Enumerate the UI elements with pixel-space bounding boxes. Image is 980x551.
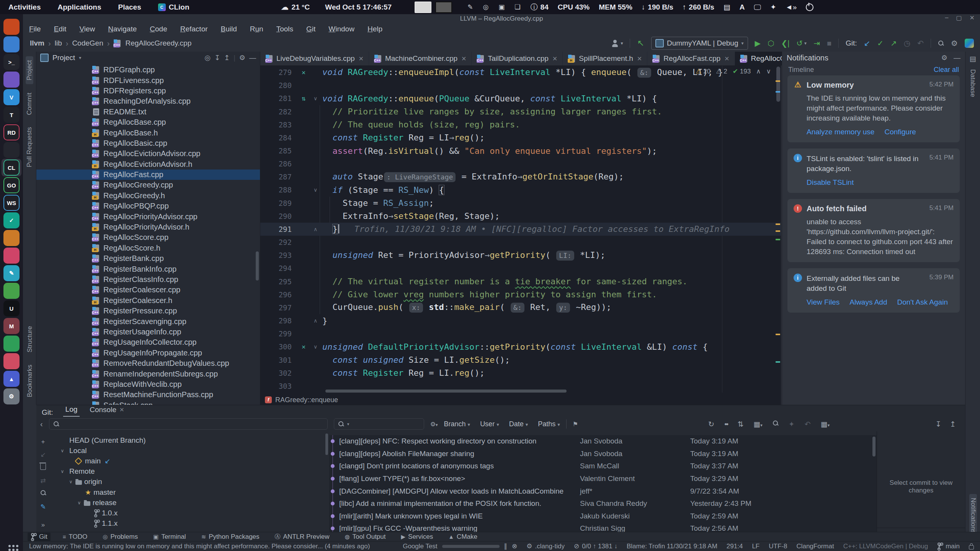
notifications-settings-icon[interactable]: ⚙ [941, 54, 947, 62]
power-icon[interactable] [806, 3, 813, 11]
tray-icon-2[interactable]: ◎ [483, 3, 488, 11]
coverage-button[interactable]: ↺▾ [796, 39, 807, 48]
notification-action-link[interactable]: Configure [884, 128, 916, 136]
collapse-all-icon[interactable]: ↥ [950, 420, 956, 429]
project-file[interactable]: C++RegAllocPBQP.cpp [36, 201, 260, 211]
editor-scrollbar[interactable] [776, 67, 780, 102]
net-down[interactable]: ↓190 B/s [642, 3, 673, 11]
project-file[interactable]: C++ResetMachineFunctionPass.cpp [36, 390, 260, 400]
tool-button-project[interactable]: Project [26, 56, 33, 84]
error-stripe[interactable] [775, 66, 781, 393]
search-branch-icon[interactable] [40, 490, 46, 498]
build-icon[interactable]: ↖ [637, 38, 644, 48]
settings-icon[interactable]: ⚙ [951, 39, 958, 48]
branch-row[interactable]: ∨origin [50, 477, 328, 487]
panel-options-icon[interactable]: ⚙ [239, 54, 245, 62]
code-line[interactable]: 285 assert(Reg.isVirtual() && "Can only … [260, 144, 781, 157]
project-title[interactable]: Project [52, 54, 75, 62]
project-file[interactable]: C++RemoveRedundantDebugValues.cpp [36, 358, 260, 368]
menu-edit[interactable]: Edit [54, 25, 67, 33]
app-19-icon[interactable] [3, 336, 20, 352]
locate-file-icon[interactable]: ◎ [204, 54, 211, 62]
inspections-widget[interactable]: ⚠ 20 ⚠ 2 ✔ 193 ∧ ∨ [696, 67, 771, 75]
horizontal-scrollbar[interactable] [325, 390, 567, 393]
project-file[interactable]: C++RegUsageInfoCollector.cpp [36, 337, 260, 347]
menu-file[interactable]: File [29, 25, 41, 33]
layout-icon[interactable]: ▦▾ [753, 420, 762, 429]
keyboard-layout[interactable]: A [740, 3, 745, 11]
breadcrumb-item[interactable]: RegAllocGreedy.cpp [125, 39, 191, 47]
code-line[interactable]: 297 CurQueue.push( x: std::make_pair( &:… [260, 301, 781, 314]
places-menu[interactable]: Places [118, 3, 141, 11]
code-line[interactable]: 289 Stage = RS_Assign; [260, 197, 781, 210]
profile-button[interactable]: ❮| [781, 39, 789, 48]
fold-marker[interactable]: ∨ [311, 95, 320, 101]
clock[interactable]: Wed Oct 5 17:46:57 [325, 3, 392, 11]
editor-breadcrumb[interactable]: RAGreedy::enqueue [275, 396, 338, 404]
app-21-icon[interactable]: ▲ [3, 371, 20, 387]
project-file[interactable]: C++RegisterScavenging.cpp [36, 316, 260, 326]
notification-card[interactable]: ⚠Low memory5:42 PMThe IDE is running low… [787, 75, 960, 142]
fold-marker[interactable]: ∧ [311, 226, 320, 232]
editor-tab[interactable]: HSpillPlacement.h✕ [563, 52, 647, 65]
tool-button-bookmarks[interactable]: Bookmarks [26, 361, 34, 401]
code-line[interactable]: 293 unsigned Ret = PriorityAdvisor→getPr… [260, 249, 781, 262]
branch-row[interactable]: main↙ [50, 456, 328, 466]
fold-marker[interactable]: ∨ [311, 187, 320, 193]
menu-tools[interactable]: Tools [276, 25, 293, 33]
menu-run[interactable]: Run [250, 25, 263, 33]
tool-button-todo[interactable]: ≡TODO [60, 533, 91, 541]
go-to-hash-icon[interactable] [773, 420, 779, 428]
commit-row[interactable]: [mlir][gpu] Fix GCC -Wparenthesis warnin… [329, 522, 877, 532]
project-file[interactable]: HRegisterCoalescer.h [36, 295, 260, 306]
tool-button-commit[interactable]: Commit [26, 89, 33, 119]
project-file[interactable]: HRegAllocEvictionAdvisor.h [36, 159, 260, 170]
tab-close-icon[interactable]: ✕ [552, 55, 557, 62]
tool-button-python-packages[interactable]: ≋Python Packages [198, 533, 263, 541]
editor-tab[interactable]: C++MachineCombiner.cpp✕ [369, 52, 472, 65]
clipboard-icon[interactable]: ▤ [724, 3, 730, 11]
bluetooth-icon[interactable]: ✦ [770, 3, 776, 11]
project-file[interactable]: C++RegAllocBase.cpp [36, 117, 260, 127]
project-file[interactable]: C++RenameIndependentSubregs.cpp [36, 368, 260, 379]
log-settings-icon[interactable]: ⚙▾ [430, 421, 438, 428]
chevron-icon[interactable]: ∨ [76, 500, 82, 505]
code-line[interactable]: 296 // Give lower vreg numbers higher pr… [260, 288, 781, 301]
branch-row[interactable]: ∨Local [50, 445, 328, 456]
hide-panel-icon[interactable]: — [249, 54, 256, 62]
project-scrollbar[interactable] [256, 251, 259, 280]
menu-navigate[interactable]: Navigate [108, 25, 137, 33]
app-webstorm-icon[interactable]: WS [3, 195, 20, 211]
commit-row[interactable]: [clang][deps] Abolish FileManager sharin… [329, 448, 877, 460]
push-pull-counter[interactable]: ⊘0/0 ↑ 1381 ↓ [574, 542, 617, 550]
git-update-icon[interactable]: ↙ [864, 39, 871, 48]
maximize-button[interactable]: ▢ [956, 14, 962, 21]
menu-build[interactable]: Build [221, 25, 237, 33]
run-config-select[interactable]: DummyYAML | Debug ▾ [651, 37, 748, 50]
menu-refactor[interactable]: Refactor [180, 25, 208, 33]
tool-button-pull-requests[interactable]: Pull Requests [26, 123, 33, 171]
tab-close-icon[interactable]: ✕ [461, 55, 466, 62]
commit-row[interactable]: [flang] Lower TYPE(*) as fir.box<none>Va… [329, 473, 877, 485]
net-up[interactable]: ↑260 B/s [683, 3, 714, 11]
editor-tab[interactable]: C++LiveDebugVariables.cpp✕ [260, 52, 369, 65]
encoding[interactable]: UTF-8 [769, 543, 787, 550]
notification-action-link[interactable]: View Files [807, 298, 840, 306]
breadcrumb-item[interactable]: CodeGen [72, 39, 103, 47]
menu-view[interactable]: View [79, 25, 95, 33]
commit-row[interactable]: [libc] Add a minimal implementation of t… [329, 497, 877, 510]
minimize-button[interactable]: – [945, 14, 949, 21]
chevron-down-icon[interactable]: ▾ [79, 55, 81, 60]
app-12-icon[interactable]: ✓ [3, 212, 20, 228]
status-message[interactable]: Low memory: The IDE is running low on me… [29, 543, 370, 550]
volume-icon[interactable]: ◄» [786, 3, 797, 11]
project-file[interactable]: C++RegisterUsageInfo.cpp [36, 327, 260, 337]
checkout-icon[interactable]: ↙ [40, 451, 46, 459]
app-4-icon[interactable] [3, 72, 20, 88]
project-file[interactable]: HRegAllocPriorityAdvisor.h [36, 222, 260, 232]
project-file[interactable]: C++SafeStack.cpp [36, 400, 260, 405]
fold-marker[interactable]: ∨ [311, 344, 320, 350]
highlight-icon[interactable]: ✦ [789, 420, 795, 429]
filter-branch[interactable]: Branch ▾ [444, 420, 470, 428]
git-tab-log[interactable]: Log [63, 405, 80, 417]
